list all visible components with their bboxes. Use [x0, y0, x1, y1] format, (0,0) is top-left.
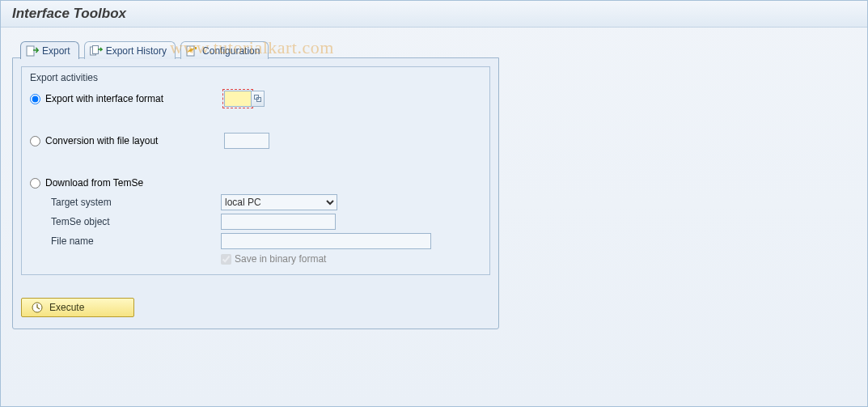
f4-help-icon — [254, 95, 262, 103]
execute-label: Execute — [49, 302, 84, 313]
execute-clock-icon — [32, 302, 43, 313]
tab-export-history[interactable]: Export History — [84, 41, 176, 59]
radio-conversion-input[interactable] — [30, 136, 40, 146]
export-history-icon — [90, 45, 103, 57]
content-area: Export Export History Configuration — [1, 28, 867, 341]
binary-format-checkbox — [221, 254, 231, 265]
radio-label: Export with interface format — [45, 93, 163, 104]
tab-label: Export History — [106, 45, 167, 57]
app-window: Interface Toolbox www.tutorialkart.com E… — [0, 0, 868, 407]
tab-panel-export: Export activities Export with interface … — [12, 57, 499, 329]
export-page-icon — [26, 45, 39, 57]
tabstrip: Export Export History Configuration — [20, 40, 856, 58]
temse-object-label: TemSe object — [51, 216, 221, 227]
radio-conversion[interactable]: Conversion with file layout — [30, 135, 224, 146]
target-system-label: Target system — [51, 197, 221, 208]
tab-label: Configuration — [202, 45, 260, 57]
radio-download-temse-input[interactable] — [30, 178, 40, 189]
svg-rect-2 — [92, 45, 98, 53]
value-help-button[interactable] — [252, 91, 265, 107]
binary-format-label: Save in binary format — [235, 253, 326, 265]
file-name-label: File name — [51, 235, 221, 247]
tab-export[interactable]: Export — [20, 41, 79, 59]
svg-rect-0 — [27, 46, 34, 56]
radio-download-temse[interactable]: Download from TemSe — [30, 177, 224, 189]
file-name-input[interactable] — [221, 233, 431, 249]
export-activities-group: Export activities Export with interface … — [21, 66, 490, 275]
radio-label: Download from TemSe — [45, 177, 143, 189]
group-title: Export activities — [30, 72, 481, 83]
window-title: Interface Toolbox — [12, 6, 126, 21]
window-title-bar: Interface Toolbox — [1, 1, 867, 28]
radio-export-interface-input[interactable] — [30, 94, 40, 104]
configuration-icon — [186, 45, 199, 57]
radio-label: Conversion with file layout — [45, 135, 158, 146]
target-system-select[interactable]: local PC — [221, 194, 337, 210]
tab-configuration[interactable]: Configuration — [180, 41, 269, 59]
interface-format-input[interactable] — [224, 91, 252, 107]
tab-label: Export — [42, 45, 70, 57]
execute-button[interactable]: Execute — [21, 298, 134, 317]
temse-object-input[interactable] — [221, 214, 336, 230]
radio-export-interface[interactable]: Export with interface format — [30, 93, 224, 104]
conversion-layout-input[interactable] — [224, 133, 269, 149]
